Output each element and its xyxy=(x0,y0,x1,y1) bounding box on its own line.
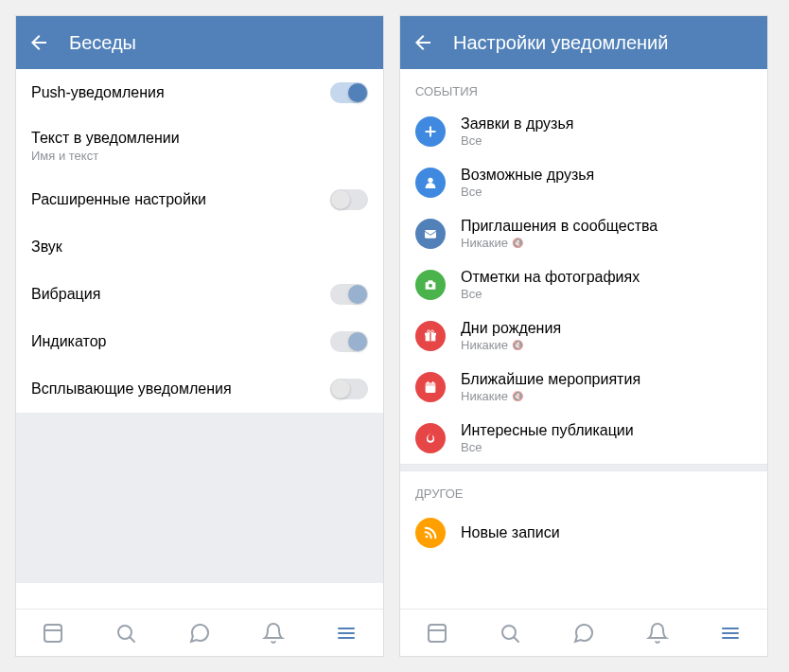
item-new-posts[interactable]: Новые записи xyxy=(400,508,767,557)
search-icon xyxy=(499,622,521,645)
row-sublabel: Имя и текст xyxy=(31,149,368,163)
row-indicator[interactable]: Индикатор xyxy=(16,318,383,365)
svg-point-9 xyxy=(429,284,432,288)
nav-notifications[interactable] xyxy=(645,621,670,645)
plus-icon xyxy=(415,116,446,147)
section-events: СОБЫТИЯ xyxy=(400,69,767,106)
row-label: Индикатор xyxy=(31,333,330,350)
row-push[interactable]: Push-уведомления xyxy=(16,69,383,116)
phone-right: Настройки уведомлений СОБЫТИЯ Заявки в д… xyxy=(399,15,768,657)
svg-rect-16 xyxy=(426,382,436,385)
arrow-left-icon xyxy=(412,31,434,54)
item-friend-requests[interactable]: Заявки в друзья Все xyxy=(400,106,767,157)
svg-point-14 xyxy=(431,330,434,333)
mail-icon xyxy=(415,219,446,249)
bottom-nav xyxy=(400,609,767,656)
row-label: Вибрация xyxy=(31,286,330,303)
svg-rect-20 xyxy=(429,625,446,642)
item-label: Ближайшие мероприятия xyxy=(461,371,752,388)
nav-messages[interactable] xyxy=(187,621,212,645)
toggle-popup[interactable] xyxy=(330,379,368,399)
item-label: Интересные публикации xyxy=(461,422,752,439)
row-label: Текст в уведомлении xyxy=(31,130,368,147)
toggle-push[interactable] xyxy=(330,82,368,103)
item-interesting-posts[interactable]: Интересные публикации Все xyxy=(400,413,767,464)
toggle-indicator[interactable] xyxy=(330,331,368,352)
toggle-vibration[interactable] xyxy=(330,284,368,305)
item-sublabel: Все xyxy=(461,185,752,199)
item-label: Отметки на фотографиях xyxy=(461,269,752,286)
nav-news[interactable] xyxy=(41,621,65,645)
item-label: Новые записи xyxy=(461,524,752,541)
item-label: Заявки в друзья xyxy=(461,115,752,133)
item-label: Приглашения в сообщества xyxy=(461,218,752,235)
back-button[interactable] xyxy=(412,31,434,54)
svg-rect-12 xyxy=(430,333,430,342)
item-sublabel: Никакие🔇 xyxy=(461,389,752,403)
nav-menu[interactable] xyxy=(718,621,743,645)
notification-settings-list: СОБЫТИЯ Заявки в друзья Все Возможные др… xyxy=(400,69,767,609)
row-text-in-notif[interactable]: Текст в уведомлении Имя и текст xyxy=(16,116,383,176)
arrow-left-icon xyxy=(27,31,50,54)
bottom-nav xyxy=(16,609,383,656)
nav-messages[interactable] xyxy=(571,621,596,645)
bell-icon xyxy=(262,622,285,645)
item-sublabel: Все xyxy=(461,133,752,148)
svg-point-19 xyxy=(426,536,429,539)
item-photo-tags[interactable]: Отметки на фотографиях Все xyxy=(400,259,767,310)
empty-area xyxy=(16,413,383,583)
header: Беседы xyxy=(16,16,383,69)
item-possible-friends[interactable]: Возможные друзья Все xyxy=(400,157,767,208)
row-advanced[interactable]: Расширенные настройки xyxy=(16,176,383,223)
section-divider xyxy=(400,464,767,471)
svg-point-7 xyxy=(428,178,432,183)
page-title: Беседы xyxy=(69,32,136,54)
row-sound[interactable]: Звук xyxy=(16,223,383,271)
svg-line-3 xyxy=(131,637,135,642)
menu-icon xyxy=(719,622,742,645)
chat-icon xyxy=(572,622,595,645)
toggle-advanced[interactable] xyxy=(330,189,368,210)
back-button[interactable] xyxy=(27,31,50,54)
bell-icon xyxy=(646,622,669,645)
item-events[interactable]: Ближайшие мероприятия Никакие🔇 xyxy=(400,362,767,413)
item-sublabel: Все xyxy=(461,440,752,454)
nav-notifications[interactable] xyxy=(261,621,286,645)
row-popup[interactable]: Всплывающие уведомления xyxy=(16,365,383,413)
search-icon xyxy=(114,622,137,645)
menu-icon xyxy=(335,622,358,645)
item-birthdays[interactable]: Дни рождения Никакие🔇 xyxy=(400,310,767,362)
calendar-icon xyxy=(415,372,446,402)
rss-icon xyxy=(415,518,446,548)
settings-list: Push-уведомления Текст в уведомлении Имя… xyxy=(16,69,383,609)
row-label: Расширенные настройки xyxy=(31,191,330,208)
user-icon xyxy=(415,168,446,198)
item-label: Возможные друзья xyxy=(461,167,752,184)
item-label: Дни рождения xyxy=(461,320,752,337)
svg-point-13 xyxy=(428,330,430,333)
news-icon xyxy=(426,622,448,645)
section-other: ДРУГОЕ xyxy=(400,471,767,508)
nav-search[interactable] xyxy=(114,621,138,645)
item-sublabel: Никакие🔇 xyxy=(461,236,752,250)
chat-icon xyxy=(188,622,211,645)
header: Настройки уведомлений xyxy=(400,16,767,69)
muted-icon: 🔇 xyxy=(512,238,523,248)
svg-line-23 xyxy=(515,637,519,642)
muted-icon: 🔇 xyxy=(512,340,523,350)
row-label: Звук xyxy=(31,239,368,256)
svg-rect-0 xyxy=(44,625,61,642)
muted-icon: 🔇 xyxy=(512,391,523,401)
page-title: Настройки уведомлений xyxy=(453,32,668,54)
row-vibration[interactable]: Вибрация xyxy=(16,271,383,318)
item-sublabel: Никакие🔇 xyxy=(461,338,752,352)
camera-icon xyxy=(415,270,446,300)
nav-menu[interactable] xyxy=(334,621,359,645)
row-label: Всплывающие уведомления xyxy=(31,380,330,398)
item-sublabel: Все xyxy=(461,287,752,301)
nav-search[interactable] xyxy=(498,621,522,645)
nav-news[interactable] xyxy=(425,621,449,645)
news-icon xyxy=(42,622,64,645)
item-community-invites[interactable]: Приглашения в сообщества Никакие🔇 xyxy=(400,208,767,259)
svg-rect-8 xyxy=(425,230,436,239)
